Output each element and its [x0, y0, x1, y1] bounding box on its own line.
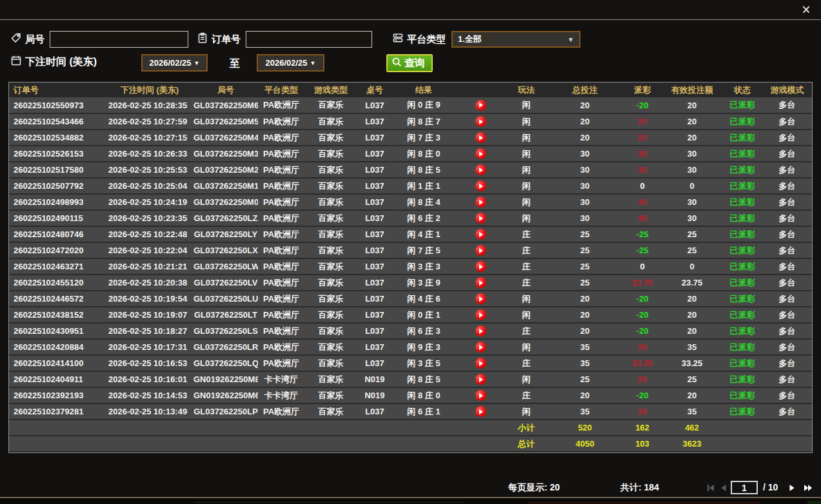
platform-select[interactable]: 1.全部 ▼	[451, 31, 580, 48]
cell-valid-bet: 0	[662, 258, 722, 275]
cell-table-no: L037	[357, 113, 392, 130]
cell-result: 闲 8 庄 5	[392, 162, 455, 178]
cell-bet-time: 2026-02-25 10:22:04	[106, 242, 193, 258]
total-total-bet: 4050	[547, 436, 623, 452]
col-game-mode: 游戏模式	[762, 82, 812, 97]
first-page-icon[interactable]	[706, 483, 716, 493]
date-to-picker[interactable]: 2026/02/25 ▼	[257, 54, 324, 72]
col-platform: 平台类型	[258, 82, 304, 97]
cell-game-type: 百家乐	[304, 130, 357, 146]
cell-play-method: 闲	[506, 194, 547, 210]
cell-play-method: 闲	[506, 178, 547, 194]
cell-order-no: 260225102463271	[9, 258, 106, 275]
replay-icon[interactable]	[475, 132, 486, 143]
cell-table-no: L037	[357, 403, 392, 420]
replay-icon[interactable]	[475, 325, 486, 336]
cell-order-no: 260225102438152	[9, 307, 106, 323]
chevron-down-icon: ▼	[310, 60, 316, 66]
cell-game-type: 百家乐	[304, 242, 357, 258]
order-input[interactable]	[246, 31, 372, 48]
cell-valid-bet: 20	[662, 307, 722, 323]
cell-game-mode: 多台	[762, 242, 812, 258]
cell-valid-bet: 25	[662, 371, 722, 387]
round-input[interactable]	[50, 31, 188, 48]
last-page-icon[interactable]	[803, 483, 813, 493]
cell-order-no: 260225102507792	[9, 178, 106, 194]
cell-status: 已派彩	[722, 323, 762, 339]
cell-valid-bet: 0	[662, 178, 722, 194]
prev-page-icon[interactable]	[718, 483, 729, 493]
replay-icon[interactable]	[475, 309, 486, 320]
next-page-icon[interactable]	[787, 483, 797, 493]
cell-status: 已派彩	[722, 194, 762, 210]
cell-status: 已派彩	[722, 275, 762, 291]
table-row: 260225102420884 2026-02-25 10:17:31 GL03…	[9, 339, 812, 355]
cell-payout: -20	[623, 307, 662, 323]
platform-filter-label: 平台类型	[407, 34, 446, 46]
cell-game-mode: 多台	[762, 178, 812, 194]
cell-game-mode: 多台	[762, 194, 812, 210]
cell-play-method: 闲	[506, 97, 547, 113]
replay-icon[interactable]	[475, 358, 486, 369]
replay-icon[interactable]	[475, 277, 486, 288]
replay-icon[interactable]	[475, 229, 486, 240]
cell-play-method: 闲	[506, 130, 547, 146]
orders-tbody: 260225102550973 2026-02-25 10:28:35 GL03…	[9, 97, 812, 420]
cell-table-no: L037	[357, 323, 392, 339]
cell-round-no: GL037262250M3	[193, 146, 258, 162]
cell-replay	[455, 226, 506, 242]
replay-icon[interactable]	[475, 245, 486, 256]
replay-icon[interactable]	[475, 197, 486, 208]
cell-game-mode: 多台	[762, 307, 812, 323]
cell-result: 闲 8 庄 4	[392, 194, 455, 210]
table-row: 260225102446572 2026-02-25 10:19:54 GL03…	[9, 291, 812, 307]
cell-result: 闲 8 庄 0	[392, 146, 455, 162]
replay-icon[interactable]	[475, 374, 486, 385]
cell-valid-bet: 20	[662, 113, 722, 130]
replay-icon[interactable]	[475, 213, 486, 224]
date-from-picker[interactable]: 2026/02/25 ▼	[141, 54, 208, 72]
cell-status: 已派彩	[722, 339, 762, 355]
cell-total-bet: 30	[547, 146, 623, 162]
cell-status: 已派彩	[722, 162, 762, 178]
replay-icon[interactable]	[475, 261, 486, 272]
table-row: 260225102498993 2026-02-25 10:24:19 GL03…	[9, 194, 812, 210]
cell-platform: PA欧洲厅	[258, 178, 304, 194]
page-total-label: / 10	[763, 482, 778, 492]
close-icon[interactable]: ×	[798, 1, 815, 18]
cell-round-no: GL037262250M5	[193, 113, 258, 130]
cell-bet-time: 2026-02-25 10:17:31	[106, 339, 193, 355]
filter-panel: 局号 订单号 平台类型 1.全部 ▼ 下注时间 (美东) 2026/02/25 …	[0, 21, 821, 81]
replay-icon[interactable]	[475, 164, 486, 175]
replay-icon[interactable]	[475, 180, 486, 191]
replay-icon[interactable]	[475, 148, 486, 159]
cell-round-no: GL037262250LP	[193, 403, 258, 420]
cell-result: 闲 6 庄 1	[392, 403, 455, 420]
cell-valid-bet: 20	[662, 291, 722, 307]
cell-result: 闲 4 庄 1	[392, 226, 455, 242]
cell-replay	[455, 97, 506, 113]
cell-result: 闲 1 庄 1	[392, 178, 455, 194]
replay-icon[interactable]	[475, 116, 486, 127]
cell-replay	[455, 130, 506, 146]
cell-payout: 30	[623, 194, 662, 210]
replay-icon[interactable]	[475, 342, 486, 353]
replay-icon[interactable]	[475, 406, 486, 417]
replay-icon[interactable]	[475, 390, 486, 401]
query-button[interactable]: 查询	[386, 54, 433, 72]
cell-platform: PA欧洲厅	[258, 242, 304, 258]
cell-platform: PA欧洲厅	[258, 339, 304, 355]
cell-game-type: 百家乐	[304, 387, 357, 403]
replay-icon[interactable]	[475, 100, 486, 111]
cell-replay	[455, 323, 506, 339]
page-number-input[interactable]	[731, 481, 758, 494]
replay-icon[interactable]	[475, 293, 486, 304]
cell-game-type: 百家乐	[304, 178, 357, 194]
cell-platform: PA欧洲厅	[258, 403, 304, 420]
cell-status: 已派彩	[722, 307, 762, 323]
cell-play-method: 庄	[506, 355, 547, 371]
cell-total-bet: 30	[547, 210, 623, 226]
cell-play-method: 庄	[506, 226, 547, 242]
cell-bet-time: 2026-02-25 10:24:19	[106, 194, 193, 210]
date-from-value: 2026/02/25	[150, 58, 192, 68]
